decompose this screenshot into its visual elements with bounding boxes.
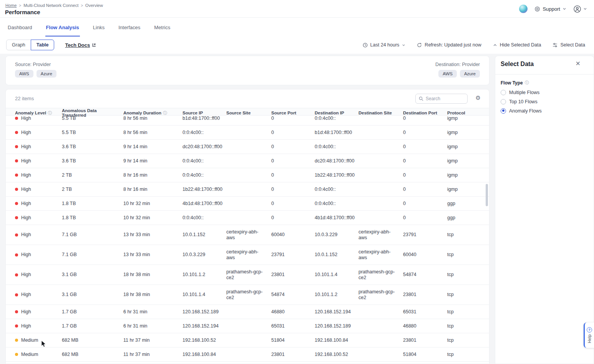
cell-destination-port: 0 bbox=[403, 172, 447, 178]
destination-provider-chips: AWSAzure bbox=[435, 70, 480, 78]
help-tab[interactable]: ? Help bbox=[584, 323, 594, 348]
info-icon[interactable]: ⓘ bbox=[48, 110, 52, 116]
cell-protocol: tcp bbox=[447, 292, 489, 298]
tab-metrics[interactable]: Metrics bbox=[153, 18, 171, 36]
table-row[interactable]: High1.8 TB10 hr 32 min0:0:4c00::04b1d:48… bbox=[6, 211, 489, 225]
table-row[interactable]: High1.8 TB10 hr 32 min4b1d:48:1700::ff00… bbox=[6, 197, 489, 211]
destination-provider-chip-azure[interactable]: Azure bbox=[460, 70, 480, 78]
table-row[interactable]: High5.5 TB8 hr 56 min0:0:4c00::0b1d:48:1… bbox=[6, 126, 489, 140]
refresh-button[interactable]: Refresh: Updated just now bbox=[417, 42, 481, 48]
view-toggle-graph[interactable]: Graph bbox=[6, 40, 31, 50]
table-body: High5.5 TB8 hr 56 minb1d:48:1700::ff0000… bbox=[6, 116, 489, 364]
anomaly-level-text: High bbox=[21, 187, 31, 192]
cell-protocol: tcp bbox=[447, 338, 489, 343]
source-provider-chip-aws[interactable]: AWS bbox=[15, 70, 33, 78]
table-row[interactable]: High3.6 TB9 hr 14 min0:0:4c00::0dc20:48:… bbox=[6, 154, 489, 168]
breadcrumb-separator: > bbox=[81, 3, 83, 8]
table-row[interactable]: High3.6 TB9 hr 14 mindc20:48:1700::ff000… bbox=[6, 140, 489, 154]
cell-destination-ip: 10.0.1.152 bbox=[315, 252, 358, 258]
table-row[interactable]: High3.1 GB18 hr 38 min10.101.1.4prathame… bbox=[6, 285, 489, 305]
chevron-down-icon bbox=[562, 7, 566, 11]
breadcrumb-item-home[interactable]: Home bbox=[5, 3, 17, 8]
cell-data-transferred: 2 TB bbox=[62, 172, 123, 178]
radio-option-top-10-flows[interactable]: Top 10 Flows bbox=[501, 98, 542, 105]
column-header-destination-site: Destination Site bbox=[358, 111, 403, 115]
view-toggle-table[interactable]: Table bbox=[31, 40, 55, 50]
cell-destination-port: 46880 bbox=[403, 323, 447, 329]
flows-table-card: 22 items ⚙ Anomaly LevelⓘAnomalous Data … bbox=[5, 89, 489, 364]
cell-destination-ip: 10.0.3.229 bbox=[315, 232, 358, 238]
anomaly-level-dot bbox=[15, 159, 18, 162]
table-row[interactable]: High2 TB8 hr 16 min0:0:4c00::01b22:48:17… bbox=[6, 168, 489, 182]
avatar-icon bbox=[573, 5, 581, 13]
cell-data-transferred: 682 MB bbox=[62, 352, 123, 357]
table-header-bar: 22 items ⚙ bbox=[6, 89, 489, 108]
cell-level: High bbox=[15, 144, 62, 150]
cell-destination-port: 54874 bbox=[403, 272, 447, 278]
info-icon[interactable]: ⓘ bbox=[525, 80, 529, 86]
select-data-button[interactable]: Select Data bbox=[553, 42, 585, 48]
chevron-down-icon bbox=[402, 43, 405, 47]
cell-data-transferred: 5.5 TB bbox=[62, 116, 123, 121]
cell-level: High bbox=[15, 215, 62, 221]
column-header-label: Protocol bbox=[447, 111, 465, 115]
tab-links[interactable]: Links bbox=[92, 18, 105, 36]
radio-option-anomaly-flows[interactable]: Anomaly Flows bbox=[501, 107, 542, 114]
table-row[interactable]: Medium682 MB11 hr 37 min192.168.100.5251… bbox=[6, 333, 489, 347]
cell-protocol: igmp bbox=[447, 130, 489, 136]
cell-destination-ip: 0:0:4c00:: bbox=[315, 187, 358, 192]
user-menu[interactable] bbox=[573, 5, 587, 13]
destination-provider-block: Destination: Provider AWSAzure bbox=[435, 62, 480, 78]
table-row[interactable]: High2 TB8 hr 16 min1b22:48:1700::ff0000:… bbox=[6, 182, 489, 197]
table-row[interactable]: High3.1 GB18 hr 38 min10.101.1.2prathame… bbox=[6, 265, 489, 285]
column-header-label: Destination IP bbox=[315, 111, 344, 115]
tab-flow-analysis[interactable]: Flow Analysis bbox=[45, 18, 80, 36]
content-area: Source: Provider AWSAzure Destination: P… bbox=[0, 54, 594, 364]
cell-source-port: 0 bbox=[271, 130, 315, 136]
cell-data-transferred: 7.1 GB bbox=[62, 252, 123, 258]
tab-dashboard[interactable]: Dashboard bbox=[7, 18, 33, 36]
view-toggle: GraphTable bbox=[6, 40, 54, 50]
destination-provider-chip-aws[interactable]: AWS bbox=[438, 70, 457, 78]
cell-source-port: 0 bbox=[271, 172, 315, 178]
support-menu[interactable]: Support bbox=[534, 6, 566, 12]
breadcrumb-item-multi-cloud-network-connect[interactable]: Multi-Cloud Network Connect bbox=[23, 3, 78, 8]
close-icon[interactable]: ✕ bbox=[576, 61, 581, 67]
cell-duration: 13 hr 33 min bbox=[123, 252, 183, 258]
table-row[interactable]: High5.5 TB8 hr 56 minb1d:48:1700::ff0000… bbox=[6, 116, 489, 126]
table-row[interactable]: High7.1 GB13 hr 33 min10.0.3.229certexpi… bbox=[6, 245, 489, 265]
cell-source-ip: 0:0:4c00:: bbox=[183, 158, 226, 164]
search-input[interactable] bbox=[426, 96, 464, 101]
time-range-dropdown[interactable]: Last 24 hours bbox=[363, 42, 406, 48]
source-provider-chip-azure[interactable]: Azure bbox=[37, 70, 56, 78]
clock-icon bbox=[363, 43, 368, 48]
tech-docs-link[interactable]: Tech Docs bbox=[65, 42, 96, 48]
anomaly-level-dot bbox=[15, 253, 18, 256]
hide-selected-data-button[interactable]: Hide Selected Data bbox=[493, 42, 541, 48]
cell-source-port: 60040 bbox=[271, 232, 315, 238]
radio-option-multiple-flows[interactable]: Multiple Flows bbox=[501, 89, 542, 96]
cell-destination-port: 60040 bbox=[403, 252, 447, 258]
table-settings-gear-icon[interactable]: ⚙ bbox=[476, 95, 481, 101]
tech-docs-label: Tech Docs bbox=[65, 42, 90, 48]
table-scrollbar[interactable] bbox=[486, 184, 488, 206]
table-row[interactable]: Medium682 MB11 hr 37 min192.168.100.8423… bbox=[6, 347, 489, 362]
cell-duration: 6 hr 31 min bbox=[123, 323, 183, 329]
table-row[interactable]: High1.7 GB6 hr 31 min120.168.152.1946503… bbox=[6, 319, 489, 333]
tabs: DashboardFlow AnalysisLinksInterfacesMet… bbox=[0, 18, 594, 36]
cell-level: High bbox=[15, 201, 62, 207]
column-header-label: Source Site bbox=[226, 111, 251, 115]
tab-interfaces[interactable]: Interfaces bbox=[118, 18, 141, 36]
page-title: Performance bbox=[5, 9, 40, 15]
table-row[interactable]: High1.7 GB6 hr 31 min120.168.152.1894688… bbox=[6, 305, 489, 319]
cell-source-port: 23801 bbox=[271, 272, 315, 278]
cell-destination-ip: 192.168.100.52 bbox=[315, 352, 358, 357]
cell-destination-ip: dc20:48:1700::ff00 bbox=[315, 158, 358, 164]
cell-source-port: 54874 bbox=[271, 292, 315, 298]
table-row[interactable]: High7.1 GB13 hr 33 min10.0.1.152certexpi… bbox=[6, 225, 489, 245]
info-icon[interactable]: ⓘ bbox=[163, 110, 167, 116]
source-provider-label: Source: Provider bbox=[15, 62, 480, 67]
anomaly-level-dot bbox=[15, 273, 18, 276]
cell-data-transferred: 1.8 TB bbox=[62, 201, 123, 207]
cell-source-ip: 120.168.152.194 bbox=[183, 323, 226, 329]
